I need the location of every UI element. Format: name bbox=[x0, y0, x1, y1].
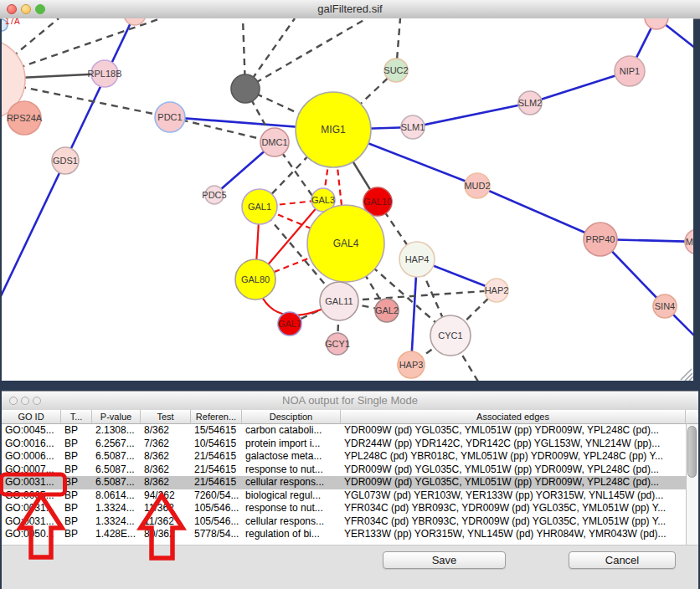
table-row[interactable]: GO:0007...BP6.5087...8/36221/54615respon… bbox=[2, 464, 686, 477]
table-cell: BP bbox=[61, 424, 92, 438]
node-label: MUD2 bbox=[464, 181, 490, 191]
table-cell: 10/54615 bbox=[191, 438, 242, 451]
node-label: GAL3 bbox=[311, 195, 335, 205]
table-cell: 7260/54... bbox=[191, 489, 242, 503]
edge[interactable] bbox=[245, 18, 367, 89]
node-label: MSL1 bbox=[686, 237, 693, 247]
table-cell: YER133W (pp) YOR315W, YNL145W (pd) YHR08… bbox=[341, 528, 686, 541]
column-header[interactable]: Associated edges bbox=[341, 410, 686, 424]
resize-grip-icon[interactable] bbox=[681, 369, 692, 380]
table-row[interactable]: GO:0006...BP6.5087...8/36221/54615galact… bbox=[2, 450, 686, 464]
resize-grip-icon[interactable] bbox=[689, 376, 693, 381]
table-cell: YDR009W (pd) YGL035C, YML051W (pp) YDR00… bbox=[341, 424, 686, 438]
table-cell: 1.3324... bbox=[92, 515, 141, 529]
edge[interactable] bbox=[477, 186, 600, 239]
node-N_top2[interactable] bbox=[645, 18, 668, 29]
node-label: GAL11 bbox=[325, 296, 353, 306]
node-label: SLM2 bbox=[518, 98, 543, 108]
table-cell: GO:0065... bbox=[2, 489, 61, 503]
scrollbar-thumb[interactable] bbox=[687, 426, 697, 478]
graph-window-titlebar[interactable]: galFiltered.sif bbox=[0, 0, 700, 19]
column-header[interactable]: P-value bbox=[92, 410, 141, 424]
table-row[interactable]: GO:0065...BP8.0614...94/3627260/54...bio… bbox=[2, 489, 686, 503]
noa-window: NOA output for Single Mode GO IDT...P-va… bbox=[2, 391, 698, 589]
save-button[interactable]: Save bbox=[383, 551, 506, 569]
table-cell: BP bbox=[61, 450, 92, 464]
node-GRAY[interactable] bbox=[231, 74, 260, 103]
table-cell: BP bbox=[61, 502, 92, 515]
node-label: PDC5 bbox=[202, 190, 226, 200]
column-header[interactable]: Test bbox=[141, 410, 191, 424]
table-cell: YDR009W (pd) YGL035C, YML051W (pp) YDR00… bbox=[341, 464, 686, 477]
node-label: NIP1 bbox=[620, 66, 640, 76]
table-cell: GO:0045... bbox=[2, 424, 61, 438]
clipped-node-label: 17A bbox=[5, 18, 20, 26]
table-cell: 1.3324... bbox=[92, 502, 141, 515]
graph-window: galFiltered.sif RPL18BRPS24AGDS1PDC1DMC1… bbox=[0, 0, 700, 382]
table-cell: YGL073W (pd) YER103W, YER133W (pp) YOR31… bbox=[341, 489, 686, 503]
table-cell: 6.2567... bbox=[92, 438, 141, 451]
table-header-row: GO IDT...P-valueTestReferen...Desciption… bbox=[2, 410, 698, 424]
table-cell: GO:0031... bbox=[2, 476, 61, 489]
table-row[interactable]: GO:0050...BP1.428E...80/3625778/54...reg… bbox=[2, 528, 686, 541]
table-cell: regulation of bi... bbox=[242, 528, 341, 541]
table-cell: BP bbox=[61, 489, 92, 503]
table-cell: 8.0614... bbox=[92, 489, 141, 503]
table-cell: GO:0031... bbox=[2, 515, 61, 529]
table-row[interactable]: GO:0016...BP6.2567...7/36210/54615protei… bbox=[2, 438, 686, 451]
node-label: GAL7 bbox=[278, 319, 301, 329]
table-cell: BP bbox=[61, 464, 92, 477]
column-header[interactable]: Referen... bbox=[191, 410, 242, 424]
node-label: SIN4 bbox=[655, 301, 675, 311]
noa-window-titlebar[interactable]: NOA output for Single Mode bbox=[2, 392, 698, 411]
table-cell: 80/362 bbox=[141, 528, 191, 541]
table-cell: galactose meta... bbox=[242, 450, 341, 464]
table-cell: BP bbox=[61, 528, 92, 541]
table-cell: 105/546... bbox=[191, 515, 242, 529]
table-scrollbar[interactable] bbox=[686, 424, 698, 545]
node-label: GAL4 bbox=[333, 238, 359, 249]
table-cell: 8/362 bbox=[141, 450, 191, 464]
node-label: GAL2 bbox=[375, 305, 399, 315]
table-cell: 8/362 bbox=[141, 464, 191, 477]
table-cell: YPL248C (pd) YBR018C, YML051W (pp) YDR00… bbox=[341, 450, 686, 464]
table-row[interactable]: GO:0031...BP1.3324...11/362105/546...cel… bbox=[2, 515, 686, 529]
column-header[interactable]: Desciption bbox=[242, 410, 341, 424]
column-header[interactable]: GO ID bbox=[2, 410, 61, 424]
column-header[interactable]: T... bbox=[61, 410, 92, 424]
go-results-table[interactable]: GO:0045...BP2.1308...8/36215/54615carbon… bbox=[2, 424, 686, 545]
table-row[interactable]: GO:0031...BP6.5087...8/36221/54615cellul… bbox=[2, 476, 686, 489]
table-cell: 2.1308... bbox=[92, 424, 141, 438]
node-label: GCY1 bbox=[325, 339, 350, 349]
table-row[interactable]: GO:0045...BP2.1308...8/36215/54615carbon… bbox=[2, 424, 686, 438]
table-cell: 6.5087... bbox=[92, 476, 141, 489]
node-label: GDS1 bbox=[53, 156, 78, 166]
table-cell: GO:0006... bbox=[2, 450, 61, 464]
table-cell: YDR244W (pp) YDR142C, YDR142C (pp) YGL15… bbox=[341, 438, 686, 451]
table-cell: 15/54615 bbox=[191, 424, 242, 438]
table-cell: BP bbox=[61, 515, 92, 529]
table-cell: biological regul... bbox=[242, 489, 341, 503]
table-row[interactable]: GO:0031...BP1.3324...11/362105/546...res… bbox=[2, 502, 686, 515]
network-canvas[interactable]: RPL18BRPS24AGDS1PDC1DMC1MIG1SUC2SLM1SLM2… bbox=[2, 18, 693, 381]
node-label: RPL18B bbox=[88, 69, 122, 79]
edge[interactable] bbox=[339, 290, 497, 301]
table-cell: 5778/54... bbox=[191, 528, 242, 541]
node-label: HAP2 bbox=[485, 285, 509, 295]
table-cell: 7/362 bbox=[141, 438, 191, 451]
node-label: MIG1 bbox=[321, 124, 346, 136]
cancel-button[interactable]: Cancel bbox=[569, 551, 676, 569]
edge[interactable] bbox=[2, 18, 161, 79]
table-cell: 21/54615 bbox=[191, 450, 242, 464]
edge[interactable] bbox=[2, 161, 65, 298]
table-cell: 8/362 bbox=[141, 476, 191, 489]
table-cell: BP bbox=[61, 476, 92, 489]
table-cell: GO:0050... bbox=[2, 528, 61, 541]
node-label: HAP4 bbox=[405, 254, 430, 264]
node-label: CYC1 bbox=[438, 330, 462, 341]
table-cell: 21/54615 bbox=[191, 476, 242, 489]
table-cell: BP bbox=[61, 438, 92, 451]
table-bottom-border bbox=[2, 545, 698, 545]
table-cell: protein import i... bbox=[242, 438, 341, 451]
edge[interactable] bbox=[413, 103, 530, 127]
